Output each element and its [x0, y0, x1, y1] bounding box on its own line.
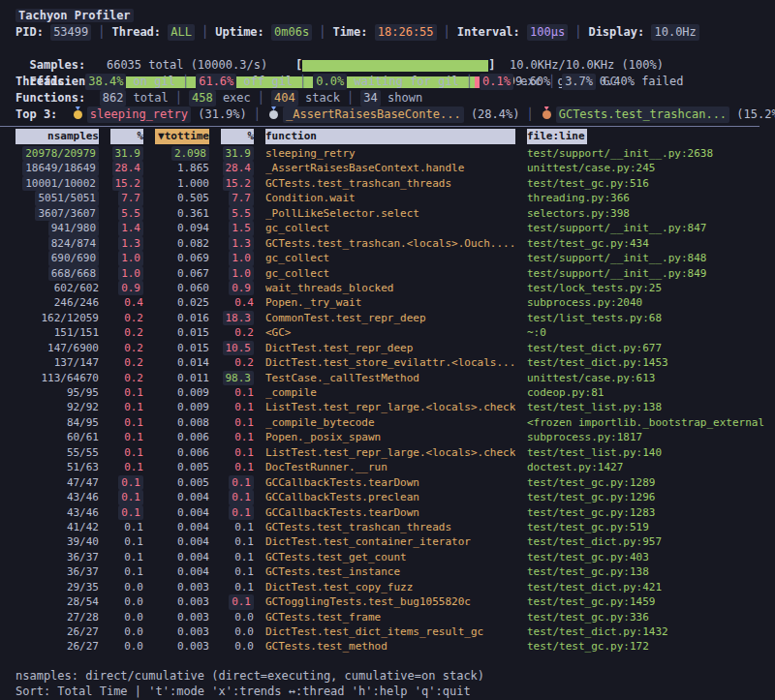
thread-stat-value: 38.4% — [85, 74, 126, 90]
bronze-medal-icon — [542, 110, 551, 119]
table-row[interactable]: 55/55 0.1 0.006 0.1 ListTest.test_repr_l… — [16, 445, 775, 460]
cell-tottime: 2.098 — [155, 146, 209, 161]
top3-function-name: sleeping_retry — [87, 107, 191, 123]
table-row[interactable]: 43/46 0.1 0.004 0.1 GCCallbackTests.prec… — [16, 490, 775, 504]
top3-function-name: GCTests.test_trashcan... — [556, 107, 729, 123]
separator: │ — [195, 25, 215, 39]
table-row[interactable]: 941/980 1.4 0.094 1.5 gc_collect test/su… — [16, 221, 775, 235]
status-label: Display: — [588, 25, 644, 39]
cell-cumulative-pct: 0.0 — [221, 639, 254, 654]
cell-cumulative-pct: 98.3 — [221, 371, 254, 385]
cell-direct-pct: 0.1 — [110, 445, 143, 460]
table-row[interactable]: 20978/20979 31.9 2.098 31.9 sleeping_ret… — [16, 146, 775, 161]
header-direct-pct[interactable]: % — [110, 129, 143, 144]
table-row[interactable]: 824/874 1.3 0.082 1.3 GCTests.test_trash… — [16, 236, 775, 251]
cell-direct-pct: 0.1 — [110, 534, 143, 549]
table-row[interactable]: 51/63 0.1 0.005 0.1 DocTestRunner.__run … — [16, 460, 775, 474]
table-row[interactable]: 41/42 0.1 0.004 0.1 GCTests.test_trashca… — [16, 520, 775, 534]
table-row[interactable]: 18649/18649 28.4 1.865 28.4 _AssertRaise… — [16, 161, 775, 175]
threads-label: Threads: — [16, 75, 72, 88]
cell-file-line: test/test_gc.py:403 — [527, 550, 775, 564]
header-nsamples[interactable]: nsamples — [16, 129, 99, 144]
table-row[interactable]: 36/37 0.1 0.004 0.1 GCTests.test_instanc… — [16, 564, 775, 579]
table-row[interactable]: 668/668 1.0 0.067 1.0 gc_collect test/su… — [16, 266, 775, 281]
cell-cumulative-pct: 0.1 — [221, 415, 254, 430]
cell-tottime: 0.016 — [155, 311, 209, 325]
cell-nsamples: 43/46 — [16, 505, 99, 520]
header-file-line[interactable]: file:line — [527, 129, 587, 144]
table-row[interactable]: 147/6900 0.2 0.015 10.5 DictTest.test_re… — [16, 341, 775, 355]
cell-function: GCCallbackTests.tearDown — [265, 505, 515, 520]
cell-direct-pct: 0.0 — [110, 639, 143, 654]
status-label: PID: — [16, 25, 44, 39]
table-row[interactable]: 137/147 0.2 0.014 0.2 DictTest.test_stor… — [16, 355, 775, 370]
cell-tottime: 0.069 — [155, 251, 209, 265]
cell-function: TestCase._callTestMethod — [265, 371, 515, 385]
cell-cumulative-pct: 1.0 — [221, 266, 254, 281]
top3-percent: (15.2%) — [736, 107, 775, 121]
thread-stat-value: 3.7% — [562, 74, 596, 90]
separator: │ — [542, 75, 562, 88]
table-row[interactable]: 28/54 0.0 0.003 0.1 GCTogglingTests.test… — [16, 594, 775, 609]
cell-direct-pct: 0.0 — [110, 594, 143, 609]
cell-function: sleeping_retry — [265, 146, 515, 161]
cell-direct-pct: 31.9 — [110, 146, 143, 161]
table-row[interactable]: 47/47 0.1 0.005 0.1 GCCallbackTests.tear… — [16, 475, 775, 490]
cell-function: wait_threads_blocked — [265, 281, 515, 295]
cell-file-line: test/list_tests.py:68 — [527, 311, 775, 325]
header-tottime-sorted[interactable]: ▼tottime — [155, 129, 209, 144]
table-header-row: nsamples % ▼tottime % function file:line — [16, 129, 775, 145]
table-row[interactable]: 84/95 0.1 0.008 0.1 _compile_bytecode <f… — [16, 415, 775, 430]
function-stat-value: 404 — [271, 90, 298, 107]
table-row[interactable]: 602/602 0.9 0.060 0.9 wait_threads_block… — [16, 281, 775, 295]
cell-tottime: 0.006 — [155, 430, 209, 444]
cell-cumulative-pct: 0.2 — [221, 325, 254, 340]
header-cumulative-pct[interactable]: % — [221, 129, 254, 144]
table-row[interactable]: 43/46 0.1 0.004 0.1 GCCallbackTests.tear… — [16, 505, 775, 520]
status-label: Uptime: — [215, 25, 264, 39]
cell-function: GCTests.test_get_count — [265, 550, 515, 564]
table-row[interactable]: 246/246 0.4 0.025 0.4 Popen._try_wait su… — [16, 295, 775, 310]
cell-file-line: test/test_dict.py:677 — [527, 341, 775, 355]
header-function[interactable]: function — [265, 129, 515, 144]
table-row[interactable]: 10001/10002 15.2 1.000 15.2 GCTests.test… — [16, 176, 775, 191]
table-row[interactable]: 36/37 0.1 0.004 0.1 GCTests.test_get_cou… — [16, 550, 775, 564]
table-row[interactable]: 26/27 0.0 0.003 0.0 DictTest.test_dict_i… — [16, 624, 775, 639]
table-row[interactable]: 151/151 0.2 0.015 0.2 <GC> ~:0 — [16, 325, 775, 340]
status-value: ALL — [168, 24, 195, 41]
cell-file-line: threading.py:366 — [527, 191, 775, 205]
cell-tottime: 0.082 — [155, 236, 209, 251]
cell-tottime: 0.005 — [155, 475, 209, 490]
cell-nsamples: 36/37 — [16, 550, 99, 564]
cell-tottime: 0.060 — [155, 281, 209, 295]
cell-nsamples: 668/668 — [16, 266, 99, 281]
table-row[interactable]: 26/27 0.0 0.003 0.0 GCTests.test_method … — [16, 639, 775, 654]
table-row[interactable]: 162/12059 0.2 0.016 18.3 CommonTest.test… — [16, 311, 775, 325]
table-row[interactable]: 3607/3607 5.5 0.361 5.5 _PollLikeSelecto… — [16, 206, 775, 221]
table-row[interactable]: 60/61 0.1 0.006 0.1 Popen._posix_spawn s… — [16, 430, 775, 444]
cell-function: _PollLikeSelector.select — [265, 206, 515, 221]
cell-cumulative-pct: 0.2 — [221, 355, 254, 370]
table-row[interactable]: 95/95 0.1 0.009 0.1 _compile codeop.py:8… — [16, 385, 775, 400]
cell-file-line: subprocess.py:2040 — [527, 295, 775, 310]
status-label: Time: — [332, 25, 367, 39]
table-row[interactable]: 5051/5051 7.7 0.505 7.7 Condition.wait t… — [16, 191, 775, 205]
cell-direct-pct: 0.1 — [110, 490, 143, 504]
cell-function: DictTest.test_dict_items_result_gc — [265, 624, 515, 639]
table-row[interactable]: 92/92 0.1 0.009 0.1 ListTest.test_repr_l… — [16, 400, 775, 414]
table-row[interactable]: 113/64670 0.2 0.011 98.3 TestCase._callT… — [16, 371, 775, 385]
table-row[interactable]: 27/28 0.0 0.003 0.0 GCTests.test_frame t… — [16, 610, 775, 624]
cell-tottime: 1.865 — [155, 161, 209, 175]
table-row[interactable]: 690/690 1.0 0.069 1.0 gc_collect test/su… — [16, 251, 775, 265]
table-row[interactable]: 39/40 0.1 0.004 0.1 DictTest.test_contai… — [16, 534, 775, 549]
cell-direct-pct: 0.1 — [110, 520, 143, 534]
table-row[interactable]: 29/35 0.0 0.003 0.1 DictTest.test_copy_f… — [16, 580, 775, 594]
cell-cumulative-pct: 10.5 — [221, 341, 254, 355]
cell-tottime: 0.025 — [155, 295, 209, 310]
cell-tottime: 0.505 — [155, 191, 209, 205]
cell-tottime: 0.004 — [155, 520, 209, 534]
cell-direct-pct: 0.2 — [110, 311, 143, 325]
cell-cumulative-pct: 0.1 — [221, 505, 254, 520]
cell-cumulative-pct: 0.1 — [221, 490, 254, 504]
cell-nsamples: 113/64670 — [16, 371, 99, 385]
